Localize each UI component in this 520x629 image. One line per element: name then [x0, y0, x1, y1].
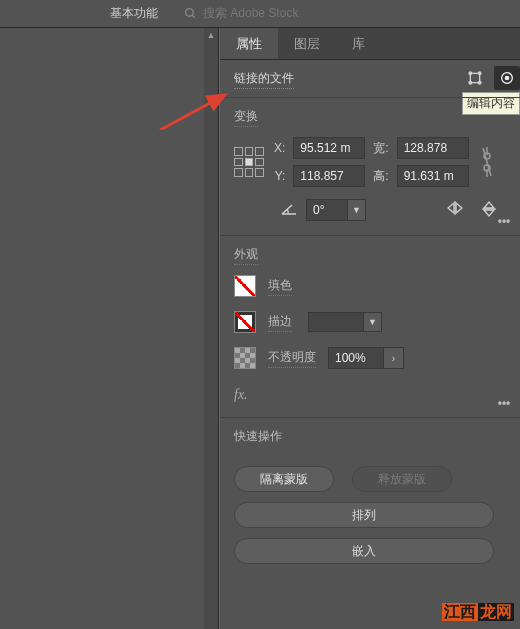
quick-actions-section: 快速操作 隔离蒙版 释放蒙版 排列 嵌入 [220, 417, 520, 578]
svg-point-0 [186, 9, 194, 17]
fx-label[interactable]: fx. [234, 383, 506, 403]
edit-contents-icon[interactable] [494, 66, 520, 90]
opacity-popup-icon[interactable]: › [384, 347, 404, 369]
svg-point-9 [505, 76, 508, 79]
search-icon [184, 7, 197, 20]
svg-line-1 [192, 15, 195, 18]
constrain-proportions-icon[interactable] [479, 140, 495, 184]
object-type-row: 链接的文件 编辑内容 [220, 60, 520, 97]
fill-swatch[interactable] [234, 275, 256, 297]
svg-point-6 [469, 81, 472, 84]
angle-icon [280, 202, 298, 219]
stock-search[interactable]: 搜索 Adobe Stock [178, 3, 304, 24]
rotation-value[interactable] [306, 199, 348, 221]
y-input[interactable] [293, 165, 365, 187]
tab-properties[interactable]: 属性 [220, 28, 278, 59]
appearance-more-icon[interactable]: ••• [494, 393, 514, 413]
xywh-grid: X: 宽: Y: 高: [274, 137, 469, 187]
h-input[interactable] [397, 165, 469, 187]
stroke-weight-input[interactable]: ▼ [308, 312, 382, 332]
tab-layers[interactable]: 图层 [278, 28, 336, 59]
transform-section: 变换 X: 宽: Y: 高: [220, 97, 520, 235]
top-toolbar: 基本功能 搜索 Adobe Stock [0, 0, 520, 28]
isolate-mask-button[interactable]: 隔离蒙版 [234, 466, 334, 492]
svg-point-7 [478, 81, 481, 84]
bounding-box-icon[interactable] [462, 66, 488, 90]
properties-panel: 属性 图层 库 链接的文件 编辑内容 变换 [219, 28, 520, 629]
stroke-weight-dropdown[interactable]: ▼ [364, 312, 382, 332]
appearance-section: 外观 填色 描边 ▼ 不透明度 [220, 235, 520, 417]
fill-label: 填色 [268, 277, 292, 296]
appearance-title: 外观 [234, 246, 258, 265]
x-input[interactable] [293, 137, 365, 159]
reference-point-widget[interactable] [234, 147, 264, 177]
w-input[interactable] [397, 137, 469, 159]
rotation-input[interactable]: ▼ [306, 199, 366, 221]
w-label: 宽: [373, 140, 388, 157]
stroke-label: 描边 [268, 313, 292, 332]
x-label: X: [274, 141, 285, 155]
opacity-label: 不透明度 [268, 349, 316, 368]
transform-more-icon[interactable]: ••• [494, 211, 514, 231]
h-label: 高: [373, 168, 388, 185]
linked-file-label[interactable]: 链接的文件 [234, 70, 294, 89]
rotation-dropdown[interactable]: ▼ [348, 199, 366, 221]
opacity-input[interactable] [328, 347, 384, 369]
quick-actions-title: 快速操作 [234, 428, 282, 446]
arrange-button[interactable]: 排列 [234, 502, 494, 528]
search-placeholder: 搜索 Adobe Stock [203, 5, 298, 22]
panel-tabs: 属性 图层 库 [220, 28, 520, 60]
scroll-up-arrow[interactable]: ▲ [204, 28, 218, 42]
svg-point-4 [469, 72, 472, 75]
transform-title: 变换 [234, 108, 258, 127]
embed-button[interactable]: 嵌入 [234, 538, 494, 564]
flip-horizontal-icon[interactable] [446, 201, 464, 220]
svg-point-5 [478, 72, 481, 75]
workspace-switcher[interactable]: 基本功能 [110, 5, 158, 22]
canvas-area: ▲ [0, 28, 219, 629]
canvas-scrollbar[interactable]: ▲ [204, 28, 218, 629]
y-label: Y: [274, 169, 285, 183]
stroke-swatch[interactable] [234, 311, 256, 333]
opacity-swatch[interactable] [234, 347, 256, 369]
release-mask-button: 释放蒙版 [352, 466, 452, 492]
tab-library[interactable]: 库 [336, 28, 381, 59]
